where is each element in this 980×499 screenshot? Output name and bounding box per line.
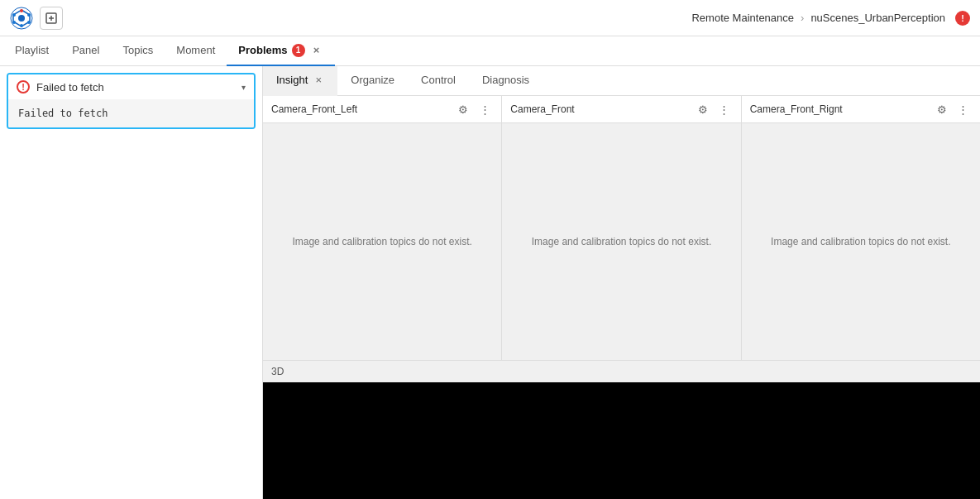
camera-front-left-title: Camera_Front_Left — [271, 103, 450, 115]
insight-tab-control[interactable]: Control — [408, 66, 469, 96]
tab-topics[interactable]: Topics — [111, 36, 165, 66]
section-3d-body[interactable] — [263, 382, 980, 499]
section-3d: 3D — [263, 361, 980, 499]
svg-point-1 — [18, 15, 25, 22]
camera-front-body: Image and calibration topics do not exis… — [502, 123, 740, 360]
error-icon: ! — [17, 80, 30, 94]
camera-front-right-more[interactable]: ⋮ — [955, 101, 972, 118]
camera-front-right-settings[interactable]: ⚙ — [934, 101, 950, 118]
camera-panel-front-left: Camera_Front_Left ⚙ ⋮ Image and calibrat… — [263, 96, 502, 360]
camera-front-left-message: Image and calibration topics do not exis… — [292, 236, 471, 247]
new-panel-button[interactable] — [40, 7, 63, 30]
camera-panel-front-header: Camera_Front ⚙ ⋮ — [502, 96, 740, 123]
camera-front-right-message: Image and calibration topics do not exis… — [771, 236, 950, 247]
insight-tab-insight[interactable]: Insight × — [263, 66, 337, 96]
insight-tabs: Insight × Organize Control Diagnosis — [263, 66, 980, 96]
camera-front-left-body: Image and calibration topics do not exis… — [263, 123, 501, 360]
tab-playlist[interactable]: Playlist — [3, 36, 60, 66]
camera-panel-front-right-header: Camera_Front_Rignt ⚙ ⋮ — [742, 96, 980, 123]
camera-panels: Camera_Front_Left ⚙ ⋮ Image and calibrat… — [263, 96, 980, 361]
camera-front-message: Image and calibration topics do not exis… — [532, 236, 711, 247]
camera-front-title: Camera_Front — [510, 103, 689, 115]
main-layout: ! Failed to fetch ▾ Failed to fetch Insi… — [0, 66, 980, 499]
breadcrumb-error-badge: ! — [955, 11, 970, 26]
app-logo[interactable] — [10, 7, 33, 30]
tab-moment[interactable]: Moment — [165, 36, 227, 66]
problems-tab-close[interactable]: × — [310, 44, 323, 57]
error-message: Failed to fetch — [18, 108, 108, 119]
svg-point-2 — [20, 9, 23, 12]
svg-point-4 — [27, 21, 31, 24]
camera-panel-front-left-header: Camera_Front_Left ⚙ ⋮ — [263, 96, 501, 123]
insight-tab-close[interactable]: × — [313, 74, 324, 86]
error-dropdown-header[interactable]: ! Failed to fetch ▾ — [8, 74, 254, 99]
left-panel: ! Failed to fetch ▾ Failed to fetch — [0, 66, 263, 499]
right-panel: Insight × Organize Control Diagnosis Cam… — [263, 66, 980, 499]
problems-badge: 1 — [292, 44, 305, 57]
camera-front-more[interactable]: ⋮ — [716, 101, 733, 118]
insight-tab-diagnosis[interactable]: Diagnosis — [469, 66, 543, 96]
svg-point-3 — [27, 13, 31, 17]
chevron-down-icon: ▾ — [241, 83, 246, 92]
error-dropdown: ! Failed to fetch ▾ Failed to fetch — [7, 73, 256, 129]
nav-tabs: Playlist Panel Topics Moment Problems 1 … — [0, 36, 980, 66]
insight-tab-organize[interactable]: Organize — [337, 66, 408, 96]
breadcrumb-remote: Remote Maintenance — [691, 12, 794, 24]
svg-point-5 — [20, 24, 23, 27]
section-3d-label: 3D — [271, 366, 284, 377]
camera-front-right-title: Camera_Front_Rignt — [750, 103, 929, 115]
tab-panel[interactable]: Panel — [60, 36, 111, 66]
svg-point-6 — [12, 21, 16, 24]
camera-front-settings[interactable]: ⚙ — [695, 101, 711, 118]
section-3d-header: 3D — [263, 361, 980, 382]
top-bar: Remote Maintenance › nuScenes_UrbanPerce… — [0, 0, 980, 36]
error-dropdown-label: Failed to fetch — [36, 81, 235, 94]
camera-panel-front-right: Camera_Front_Rignt ⚙ ⋮ Image and calibra… — [742, 96, 980, 360]
tab-problems[interactable]: Problems 1 × — [227, 36, 334, 66]
breadcrumb: Remote Maintenance › nuScenes_UrbanPerce… — [691, 11, 970, 26]
camera-front-left-more[interactable]: ⋮ — [476, 101, 493, 118]
camera-front-left-settings[interactable]: ⚙ — [455, 101, 471, 118]
camera-front-right-body: Image and calibration topics do not exis… — [742, 123, 980, 360]
breadcrumb-project: nuScenes_UrbanPerception — [810, 12, 945, 24]
camera-panel-front: Camera_Front ⚙ ⋮ Image and calibration t… — [502, 96, 741, 360]
error-dropdown-body: Failed to fetch — [8, 99, 254, 127]
svg-point-7 — [12, 13, 16, 17]
breadcrumb-chevron: › — [801, 12, 804, 24]
